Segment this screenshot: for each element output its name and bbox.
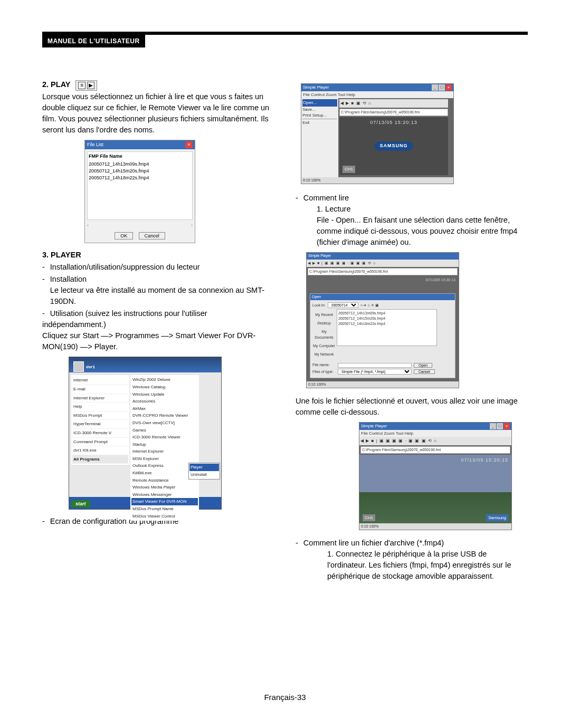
player-pathbar[interactable]: C:\Program Files\Samsung\20070_w050190.f… — [308, 268, 458, 275]
player-item-cont: indépendamment.) — [42, 319, 274, 330]
player-toolbar[interactable]: ◀ ▶ ■ | ▣ ▣ ▣ ▣ · ▣ ▣ ▣ ⟲ ⌂ — [359, 437, 511, 445]
play-icon: ▶ — [87, 82, 94, 89]
startmenu-item[interactable]: E-mail — [72, 385, 128, 394]
sidebar-item[interactable]: My Recent — [312, 312, 336, 318]
player-pathbar[interactable]: C:\Program Files\Samsung\20070_w050190.f… — [360, 446, 510, 454]
startmenu-item[interactable]: Windows Update — [131, 391, 198, 398]
menu-item[interactable]: Open... — [302, 99, 337, 107]
player-timestamp: 07/13/05 15:20:13 — [339, 117, 448, 126]
startmenu-item[interactable]: Windows Catalog — [131, 384, 198, 391]
startmenu-right-pane: WinZip 2002 Deluxe Windows Catalog Windo… — [130, 375, 199, 521]
player-status: 0:10 100% — [361, 524, 378, 528]
startmenu-item[interactable]: DVR-CCPRO Remote Viewer — [131, 412, 198, 419]
file-item[interactable]: 20050712_14h15m20s.fmp4 — [338, 316, 435, 321]
filelist-row[interactable]: 20050712_14h13m09s.fmp4 — [89, 161, 191, 168]
sidebar-item[interactable]: My Documents — [312, 329, 336, 340]
minimize-icon[interactable]: _ — [432, 84, 438, 91]
close-icon[interactable]: × — [504, 423, 510, 429]
startmenu-item[interactable]: Command Prompt — [72, 438, 128, 447]
filelist-row[interactable]: 20050712_14h18m22s.fmp4 — [89, 175, 191, 181]
step1-label: 1. Lecture — [317, 204, 528, 215]
filelist-row[interactable]: 20050712_14h15m20s.fmp4 — [89, 168, 191, 175]
startmenu-item[interactable]: MSDos Prompt Name — [131, 505, 198, 513]
channel-badge: Samsung — [486, 514, 508, 522]
figure-start-menu: dvr1 Internet E-mail Internet Explorer H… — [69, 357, 222, 510]
submenu-item[interactable]: Uninstall — [189, 471, 219, 478]
page-footer: Français-33 — [0, 693, 570, 702]
filetype-select[interactable]: Simple File (*.fmp4, *.fmpi) — [338, 369, 412, 375]
file-item[interactable]: 20050712_14h13m09s.fmp4 — [338, 311, 435, 316]
howto-label: Comment lire — [303, 193, 528, 204]
startmenu-item[interactable]: HyperTerminal — [72, 420, 128, 429]
filelist-titlebar: File List × — [85, 140, 195, 149]
filename-label: File name: — [312, 362, 336, 368]
startmenu-item[interactable]: ICD-3000 Remote V — [72, 429, 128, 438]
archive-step1: 1. Connectez le périphérique à la prise … — [327, 549, 528, 582]
list-icon: ≡ — [78, 82, 86, 89]
startmenu-item[interactable]: Internet Explorer — [72, 394, 128, 403]
menu-item[interactable]: Print Setup... — [302, 112, 337, 119]
startmenu-item[interactable]: Internet — [72, 376, 128, 385]
cancel-button[interactable]: Cancel — [414, 369, 435, 374]
player-pathbar[interactable]: C:\Program Files\Samsung\20070_w050190.f… — [339, 109, 448, 116]
startmenu-item[interactable]: MSDos Prompt — [72, 411, 128, 420]
player-video: 07/13/05 15:20:13 SAMSUNG CH1 — [339, 117, 448, 175]
player-menubar[interactable]: File Control Zoom Tool Help — [359, 430, 511, 437]
startmenu-item[interactable]: MSN Explorer — [131, 455, 198, 463]
nav-icons[interactable]: ⇦ ▾ ⌂ ✕ ▣ — [360, 303, 379, 308]
main-columns: 2. PLAY ≡ ▶ Lorsque vous sélectionnez un… — [42, 79, 528, 582]
startmenu-item[interactable]: MSDos Viewer Control — [131, 513, 198, 520]
menu-item[interactable]: Save... — [302, 107, 337, 113]
player-menubar[interactable]: File Control Zoom Tool Help — [301, 91, 453, 99]
menu-item[interactable]: Exit — [302, 120, 337, 126]
archive-label: Comment lire un fichier d'archive (*.fmp… — [303, 538, 528, 549]
filetype-label: Files of type: — [312, 369, 336, 375]
filelist-header: FMP File Name — [89, 153, 191, 160]
sidebar-item[interactable]: My Network — [312, 352, 336, 357]
filelist-title: File List — [87, 141, 103, 148]
sidebar-item[interactable]: Desktop — [312, 321, 336, 326]
player-toolbar[interactable]: ◀ ▶ ■ ▣ ⟲ ⌂ — [339, 99, 448, 108]
minimize-icon[interactable]: _ — [490, 423, 496, 429]
startmenu-item[interactable]: Startup — [131, 441, 198, 448]
avatar — [73, 361, 84, 372]
maximize-icon[interactable]: □ — [497, 423, 503, 429]
startmenu-item[interactable]: WinZip 2002 Deluxe — [131, 376, 198, 384]
startmenu-item[interactable]: Help — [72, 403, 128, 411]
status: 0:10 100% — [308, 382, 326, 386]
open-button[interactable]: Open — [414, 363, 432, 368]
startmenu-item[interactable]: Windows Media Player — [131, 484, 198, 491]
startmenu-item-selected[interactable]: Smart Viewer For DVR-MON — [131, 498, 198, 505]
file-item[interactable]: 20050712_14h18m22s.fmp4 — [338, 321, 435, 327]
startmenu-item[interactable]: Games — [131, 427, 198, 434]
opendlg-title: Open — [310, 294, 455, 300]
step1-body: File - Open... En faisant une sélection … — [317, 215, 528, 248]
startmenu-item[interactable]: Accessories — [131, 398, 198, 405]
startmenu-allprograms[interactable]: All Programs — [72, 455, 128, 464]
player-item-body: Le lecteur va être installé au moment de… — [50, 286, 264, 305]
ok-button[interactable]: OK — [115, 232, 133, 240]
player-item: Installation/utilisation/suppression du … — [50, 262, 274, 273]
filename-input[interactable] — [338, 363, 412, 368]
startmenu-item[interactable]: AirMax — [131, 405, 198, 413]
startmenu-item[interactable]: Internet Explorer — [131, 448, 198, 455]
close-icon[interactable]: × — [445, 84, 452, 91]
startmenu-submenu: Player Uninstall — [188, 463, 220, 479]
startmenu-item[interactable]: ICD-3000 Remote Viewer — [131, 434, 198, 441]
submenu-item[interactable]: Player — [189, 464, 219, 471]
sidebar-item[interactable]: My Computer — [312, 343, 336, 349]
start-button[interactable]: start — [71, 500, 90, 507]
player-item: Utilisation (suivez les instructions pou… — [50, 308, 274, 319]
cancel-button[interactable]: Cancel — [139, 232, 165, 240]
channel-badge: CH1 — [343, 166, 355, 173]
player-title: Simple Player — [303, 84, 329, 91]
play-toolbar-icon: ≡ ▶ — [75, 80, 97, 91]
startmenu-item[interactable]: DVS-Own view[CCTV] — [131, 419, 198, 427]
startmenu-item[interactable]: Windows Messenger — [131, 491, 198, 499]
lookin-select[interactable]: 20050714 — [328, 302, 358, 308]
maximize-icon[interactable]: □ — [439, 84, 445, 91]
close-icon[interactable]: × — [185, 141, 193, 148]
play-title: 2. PLAY — [42, 79, 70, 90]
toolbar-icons[interactable]: ◀ ▶ ■ | ▣ ▣ ▣ ▣ · ▣ ▣ ▣ ⟲ ⌂ — [307, 260, 459, 267]
startmenu-item[interactable]: dvr1 Kill.exe — [72, 446, 128, 455]
